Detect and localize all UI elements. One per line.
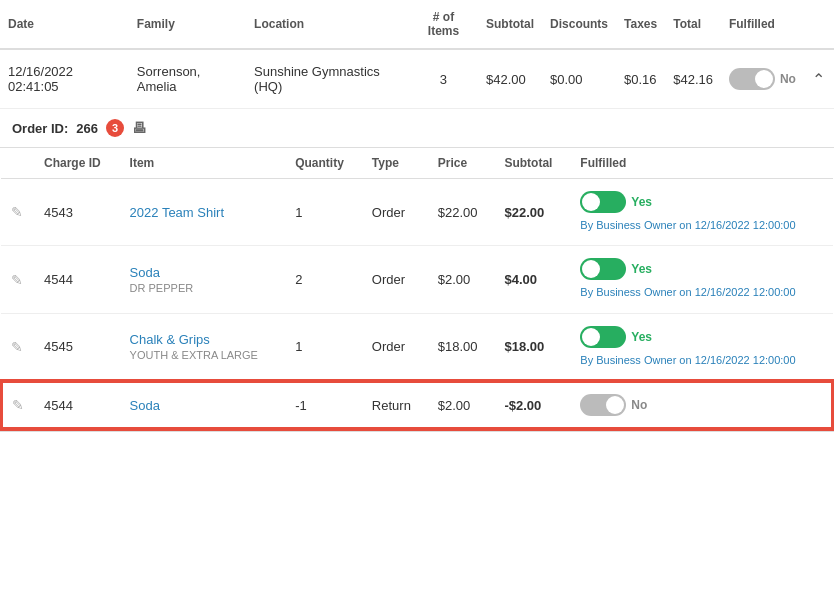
order-total: $42.16 xyxy=(665,49,721,109)
fulfilled-cell: No xyxy=(570,381,833,429)
order-fulfilled-toggle[interactable] xyxy=(729,68,775,90)
fulfilled-cell: YesBy Business Owner on 12/16/2022 12:00… xyxy=(570,313,833,381)
col-num-items: # of Items xyxy=(409,0,478,49)
fulfilled-info: By Business Owner on 12/16/2022 12:00:00 xyxy=(580,218,795,233)
type: Order xyxy=(362,246,428,313)
order-num-items: 3 xyxy=(409,49,478,109)
fulfilled-label: Yes xyxy=(631,330,652,344)
inner-col-fulfilled: Fulfilled xyxy=(570,148,833,179)
order-family: Sorrenson, Amelia xyxy=(129,49,246,109)
order-expand-button[interactable]: ⌃ xyxy=(804,49,834,109)
item-link[interactable]: 2022 Team Shirt xyxy=(130,205,224,220)
item-cell: Soda xyxy=(120,381,286,429)
price: $2.00 xyxy=(428,246,495,313)
item-sub: YOUTH & EXTRA LARGE xyxy=(130,349,276,361)
order-fulfilled-label: No xyxy=(780,72,796,86)
print-icon[interactable]: 🖶 xyxy=(132,120,146,136)
order-badge: 3 xyxy=(106,119,124,137)
quantity: -1 xyxy=(285,381,362,429)
type: Return xyxy=(362,381,428,429)
col-total: Total xyxy=(665,0,721,49)
inner-table-row: ✎4545Chalk & GripsYOUTH & EXTRA LARGE1Or… xyxy=(1,313,833,381)
inner-col-item: Item xyxy=(120,148,286,179)
fulfilled-toggle[interactable] xyxy=(580,258,626,280)
inner-col-subtotal: Subtotal xyxy=(494,148,570,179)
order-taxes: $0.16 xyxy=(616,49,665,109)
subtotal: $18.00 xyxy=(494,313,570,381)
fulfilled-label: Yes xyxy=(631,262,652,276)
col-location: Location xyxy=(246,0,409,49)
item-sub: DR PEPPER xyxy=(130,282,276,294)
type: Order xyxy=(362,313,428,381)
order-subtotal: $42.00 xyxy=(478,49,542,109)
item-link[interactable]: Chalk & Grips xyxy=(130,332,210,347)
inner-col-type: Type xyxy=(362,148,428,179)
quantity: 1 xyxy=(285,179,362,246)
inner-col-charge-id: Charge ID xyxy=(34,148,120,179)
subtotal: $4.00 xyxy=(494,246,570,313)
fulfilled-cell: YesBy Business Owner on 12/16/2022 12:00… xyxy=(570,246,833,313)
price: $18.00 xyxy=(428,313,495,381)
charge-id: 4543 xyxy=(34,179,120,246)
col-discounts: Discounts xyxy=(542,0,616,49)
item-link[interactable]: Soda xyxy=(130,398,160,413)
fulfilled-info: By Business Owner on 12/16/2022 12:00:00 xyxy=(580,353,795,368)
edit-icon[interactable]: ✎ xyxy=(11,339,23,355)
col-family: Family xyxy=(129,0,246,49)
order-id-value: 266 xyxy=(76,121,98,136)
inner-col-price: Price xyxy=(428,148,495,179)
price: $2.00 xyxy=(428,381,495,429)
charge-id: 4544 xyxy=(34,381,120,429)
inner-table-row: ✎45432022 Team Shirt1Order$22.00$22.00Ye… xyxy=(1,179,833,246)
inner-table-row: ✎4544SodaDR PEPPER2Order$2.00$4.00YesBy … xyxy=(1,246,833,313)
charge-id: 4544 xyxy=(34,246,120,313)
order-id-bar: Order ID: 266 3 🖶 xyxy=(0,109,834,148)
col-fulfilled: Fulfilled xyxy=(721,0,804,49)
fulfilled-cell: YesBy Business Owner on 12/16/2022 12:00… xyxy=(570,179,833,246)
col-taxes: Taxes xyxy=(616,0,665,49)
item-cell: SodaDR PEPPER xyxy=(120,246,286,313)
fulfilled-toggle[interactable] xyxy=(580,394,626,416)
fulfilled-label: Yes xyxy=(631,195,652,209)
quantity: 2 xyxy=(285,246,362,313)
edit-icon[interactable]: ✎ xyxy=(11,272,23,288)
order-discounts: $0.00 xyxy=(542,49,616,109)
subtotal: -$2.00 xyxy=(494,381,570,429)
fulfilled-toggle[interactable] xyxy=(580,326,626,348)
fulfilled-toggle[interactable] xyxy=(580,191,626,213)
order-date: 12/16/2022 02:41:05 xyxy=(0,49,129,109)
item-link[interactable]: Soda xyxy=(130,265,160,280)
fulfilled-label: No xyxy=(631,398,647,412)
subtotal: $22.00 xyxy=(494,179,570,246)
edit-icon[interactable]: ✎ xyxy=(11,204,23,220)
type: Order xyxy=(362,179,428,246)
inner-col-quantity: Quantity xyxy=(285,148,362,179)
inner-table-row: ✎4544Soda-1Return$2.00-$2.00No xyxy=(1,381,833,429)
quantity: 1 xyxy=(285,313,362,381)
charge-id: 4545 xyxy=(34,313,120,381)
fulfilled-info: By Business Owner on 12/16/2022 12:00:00 xyxy=(580,285,795,300)
item-cell: Chalk & GripsYOUTH & EXTRA LARGE xyxy=(120,313,286,381)
col-date: Date xyxy=(0,0,129,49)
edit-icon[interactable]: ✎ xyxy=(12,397,24,413)
item-cell: 2022 Team Shirt xyxy=(120,179,286,246)
order-id-label: Order ID: xyxy=(12,121,68,136)
chevron-up-icon: ⌃ xyxy=(812,71,825,88)
order-location: Sunshine Gymnastics (HQ) xyxy=(246,49,409,109)
order-fulfilled-cell: No xyxy=(721,49,804,109)
price: $22.00 xyxy=(428,179,495,246)
col-subtotal: Subtotal xyxy=(478,0,542,49)
